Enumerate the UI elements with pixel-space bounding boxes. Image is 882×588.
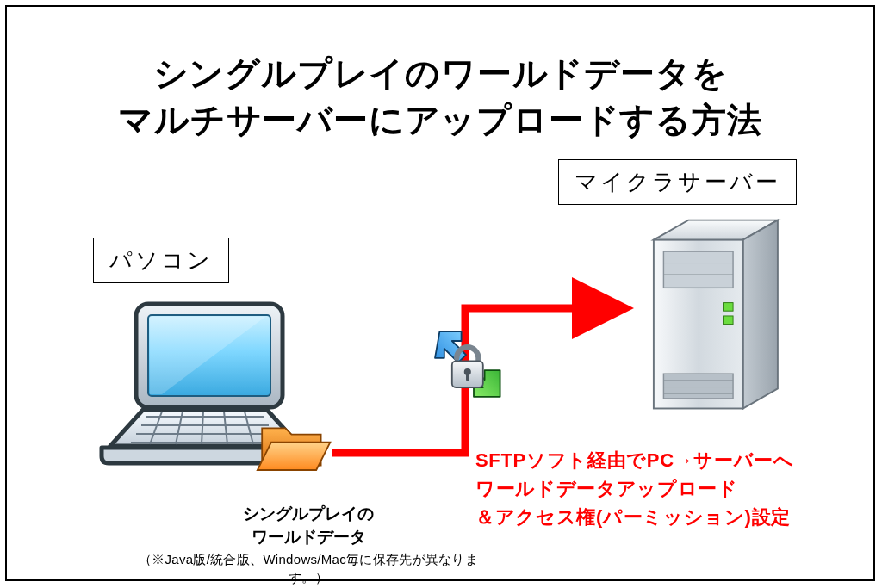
title-line-2: マルチサーバーにアップロードする方法 [118,101,761,139]
svg-rect-18 [724,303,734,312]
folder-icon [255,416,334,478]
caption-pc-line2: ワールドデータ [252,528,366,546]
red-line-1: SFTPソフト経由でPC→サーバーへ [475,449,794,471]
svg-rect-19 [724,316,734,325]
svg-rect-15 [663,251,733,288]
svg-rect-13 [466,372,469,381]
title-line-1: シングルプレイのワールドデータを [153,54,728,92]
label-server: マイクラサーバー [558,159,797,205]
caption-pc: シングルプレイの ワールドデータ （※Java版/統合版、Windows/Mac… [127,503,489,586]
svg-rect-20 [663,374,733,399]
label-pc: パソコン [93,238,229,283]
transfer-description: SFTPソフト経由でPC→サーバーへ ワールドデータアップロード ＆アクセス権(… [475,446,794,531]
caption-pc-note: （※Java版/統合版、Windows/Mac毎に保存先が異なります。） [127,550,489,586]
red-line-2: ワールドデータアップロード [475,478,738,499]
red-line-3: ＆アクセス権(パーミッション)設定 [475,506,791,528]
sftp-lock-icon [427,325,505,403]
diagram-frame: シングルプレイのワールドデータを マルチサーバーにアップロードする方法 パソコン… [5,5,875,581]
diagram-title: シングルプレイのワールドデータを マルチサーバーにアップロードする方法 [7,50,873,143]
server-icon [644,212,804,418]
caption-pc-line1: シングルプレイの [243,504,374,523]
